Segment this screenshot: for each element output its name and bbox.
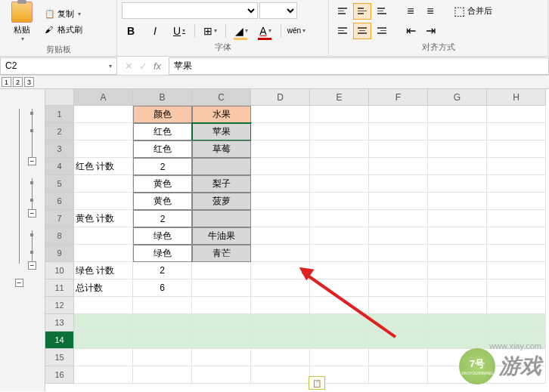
cell[interactable]: 红色 bbox=[133, 140, 192, 158]
cell[interactable] bbox=[428, 297, 487, 314]
cell[interactable] bbox=[428, 210, 487, 227]
cell[interactable] bbox=[74, 314, 133, 332]
border-button[interactable]: ⊞▾ bbox=[201, 22, 219, 40]
cell[interactable] bbox=[369, 140, 428, 158]
cell[interactable]: 总计数 bbox=[74, 279, 133, 297]
cell[interactable] bbox=[369, 227, 428, 245]
cell[interactable] bbox=[487, 227, 546, 245]
align-top-button[interactable] bbox=[333, 3, 352, 20]
cell[interactable] bbox=[310, 279, 369, 297]
cell[interactable] bbox=[310, 245, 369, 262]
cell[interactable] bbox=[74, 297, 133, 314]
cell[interactable]: 牛油果 bbox=[192, 227, 251, 245]
row-header[interactable]: 10 bbox=[45, 262, 74, 279]
cell[interactable] bbox=[428, 227, 487, 245]
cell[interactable] bbox=[74, 366, 133, 384]
name-box[interactable]: C2 ▾ bbox=[0, 57, 117, 75]
cell[interactable] bbox=[192, 349, 251, 366]
cell[interactable] bbox=[487, 297, 546, 314]
cell[interactable] bbox=[487, 123, 546, 140]
cell[interactable] bbox=[310, 262, 369, 279]
cell[interactable] bbox=[369, 123, 428, 140]
cell[interactable] bbox=[310, 140, 369, 158]
row-header[interactable]: 9 bbox=[45, 245, 74, 262]
align-bottom-button[interactable] bbox=[373, 3, 391, 20]
cell[interactable] bbox=[310, 314, 369, 332]
cell[interactable]: 2 bbox=[133, 262, 192, 279]
column-header[interactable]: A bbox=[74, 89, 133, 106]
cell[interactable] bbox=[251, 106, 310, 123]
outline-collapse-button[interactable]: − bbox=[15, 279, 23, 287]
column-header[interactable]: D bbox=[251, 89, 310, 106]
paste-button[interactable]: 粘贴 ▾ bbox=[5, 2, 39, 42]
indent-right-button[interactable]: ⇥ bbox=[421, 23, 439, 39]
column-header[interactable]: G bbox=[428, 89, 487, 106]
cell[interactable] bbox=[192, 314, 251, 332]
cell[interactable] bbox=[251, 297, 310, 314]
row-header[interactable]: 12 bbox=[45, 297, 74, 314]
cell[interactable] bbox=[133, 314, 192, 332]
cell[interactable] bbox=[428, 106, 487, 123]
cell[interactable] bbox=[251, 227, 310, 245]
cell[interactable] bbox=[428, 175, 487, 193]
cell[interactable] bbox=[369, 210, 428, 227]
align-middle-button[interactable] bbox=[353, 3, 371, 20]
cell[interactable] bbox=[251, 193, 310, 210]
cell[interactable]: 绿色 计数 bbox=[74, 262, 133, 279]
cell[interactable] bbox=[487, 210, 546, 227]
cell[interactable]: 2 bbox=[133, 210, 192, 227]
cell[interactable] bbox=[428, 314, 487, 332]
align-right-button[interactable] bbox=[373, 23, 391, 39]
font-size-select[interactable] bbox=[259, 2, 297, 19]
cell[interactable]: 菠萝 bbox=[192, 193, 251, 210]
active-cell[interactable]: 苹果 bbox=[192, 123, 251, 140]
cell[interactable] bbox=[133, 297, 192, 314]
row-header[interactable]: 2 bbox=[45, 123, 74, 140]
cell[interactable] bbox=[251, 245, 310, 262]
cell[interactable] bbox=[428, 245, 487, 262]
cell[interactable] bbox=[74, 175, 133, 193]
cell[interactable] bbox=[192, 366, 251, 384]
cell[interactable] bbox=[74, 349, 133, 366]
cell[interactable] bbox=[369, 279, 428, 297]
outline-collapse-button[interactable]: − bbox=[28, 209, 36, 218]
cell[interactable] bbox=[251, 314, 310, 332]
cell[interactable] bbox=[133, 332, 192, 349]
row-header[interactable]: 16 bbox=[45, 366, 74, 384]
column-header[interactable]: F bbox=[369, 89, 428, 106]
cell[interactable] bbox=[369, 106, 428, 123]
row-header[interactable]: 6 bbox=[45, 193, 74, 210]
cell[interactable]: 黄色 bbox=[133, 175, 192, 193]
font-color-button[interactable]: A ▾ bbox=[256, 22, 274, 40]
cell[interactable] bbox=[428, 262, 487, 279]
cell[interactable] bbox=[369, 245, 428, 262]
cell[interactable] bbox=[428, 140, 487, 158]
cell[interactable] bbox=[74, 106, 133, 123]
phonetic-button[interactable]: wén ▾ bbox=[287, 22, 306, 40]
cell[interactable] bbox=[310, 158, 369, 175]
cell[interactable] bbox=[251, 332, 310, 349]
cell[interactable] bbox=[251, 279, 310, 297]
cell[interactable] bbox=[192, 210, 251, 227]
column-header[interactable]: E bbox=[310, 89, 369, 106]
cell[interactable] bbox=[369, 193, 428, 210]
cell[interactable] bbox=[369, 314, 428, 332]
cell[interactable] bbox=[428, 279, 487, 297]
merge-button[interactable]: ⬚ 合并后 bbox=[450, 3, 496, 20]
indent-left-button[interactable]: ⇤ bbox=[402, 23, 420, 39]
outline-level-1-button[interactable]: 1 bbox=[2, 77, 11, 87]
cell[interactable] bbox=[369, 366, 428, 384]
fill-color-button[interactable]: ◢ ▾ bbox=[232, 22, 250, 40]
cell[interactable] bbox=[192, 297, 251, 314]
cell[interactable]: 绿色 bbox=[133, 227, 192, 245]
row-header[interactable]: 1 bbox=[45, 106, 74, 123]
cell[interactable] bbox=[310, 210, 369, 227]
row-header[interactable]: 7 bbox=[45, 210, 74, 227]
bold-button[interactable]: B bbox=[122, 22, 140, 40]
enter-icon[interactable]: ✓ bbox=[139, 60, 147, 72]
cell[interactable] bbox=[310, 175, 369, 193]
cell[interactable] bbox=[428, 158, 487, 175]
cell[interactable] bbox=[251, 158, 310, 175]
spreadsheet-grid[interactable]: A B C D E F G H 1 颜色 水果 2 红色 苹果 3 红色 bbox=[45, 89, 546, 391]
row-header[interactable]: 8 bbox=[45, 227, 74, 245]
